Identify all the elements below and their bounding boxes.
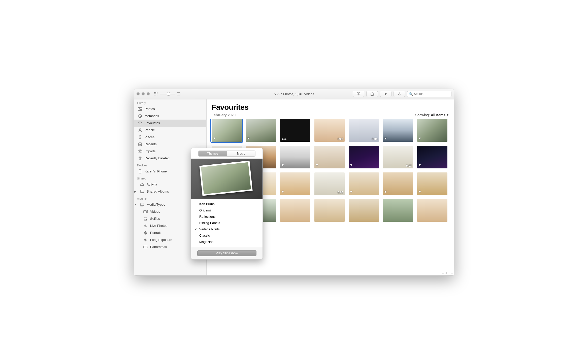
favourite-button[interactable]: ♥: [380, 91, 391, 97]
cloud-icon: [140, 183, 145, 187]
heart-icon: [138, 121, 143, 125]
zoom-slider[interactable]: [160, 92, 175, 96]
video-duration: 0:03: [338, 137, 343, 140]
sidebar-item-photos[interactable]: Photos: [134, 105, 206, 113]
photo-thumbnail[interactable]: ♥: [417, 172, 447, 195]
svg-rect-5: [157, 94, 157, 94]
share-button[interactable]: [366, 91, 378, 97]
photo-thumbnail[interactable]: 0:06: [314, 172, 345, 195]
svg-point-28: [145, 225, 146, 226]
theme-option-ken-burns[interactable]: Ken Burns: [192, 201, 262, 207]
photo-thumbnail[interactable]: ♥: [212, 119, 242, 142]
grid-large-icon[interactable]: [176, 92, 181, 96]
svg-rect-7: [155, 95, 156, 95]
photo-thumbnail[interactable]: 0:07: [383, 146, 413, 168]
grid-small-icon[interactable]: [154, 92, 158, 96]
photo-thumbnail[interactable]: [280, 119, 310, 142]
camera-icon: [138, 149, 143, 153]
fullscreen-window-button[interactable]: [147, 92, 150, 95]
sidebar-item-label: Places: [145, 135, 154, 139]
theme-option-vintage-prints[interactable]: ✓Vintage Prints: [192, 226, 262, 232]
svg-point-30: [145, 232, 146, 233]
rotate-button[interactable]: [394, 91, 405, 97]
minimize-window-button[interactable]: [142, 92, 145, 95]
photo-thumbnail[interactable]: ♥: [314, 146, 345, 168]
theme-option-reflections[interactable]: Reflections: [192, 213, 262, 220]
sidebar-item-label: People: [145, 128, 155, 132]
sidebar-item-label: Live Photos: [150, 224, 167, 228]
checkmark-icon: ✓: [194, 227, 198, 231]
slideshow-popover: Themes Music Ken BurnsOrigamiReflections…: [191, 148, 263, 260]
play-slideshow-button[interactable]: Play Slideshow: [197, 250, 256, 256]
favourite-badge-icon: ♥: [350, 190, 352, 194]
showing-value: All Items: [431, 113, 445, 117]
watermark: wsxdn.com: [442, 272, 453, 275]
theme-option-magazine[interactable]: Magazine: [192, 239, 262, 245]
theme-option-origami[interactable]: Origami: [192, 207, 262, 213]
sidebar-item-label: Memories: [145, 114, 159, 118]
close-window-button[interactable]: [137, 92, 140, 95]
app-window: 5,297 Photos, 1,040 Videos ⓘ ♥ 🔍 Library…: [134, 89, 454, 276]
video-duration: 0:06: [338, 191, 343, 194]
favourite-badge-icon: ♥: [384, 136, 386, 140]
portrait-icon: [143, 231, 148, 235]
sidebar-item-people[interactable]: People: [134, 127, 206, 134]
date-subtitle: February 2020: [212, 113, 236, 117]
photo-thumbnail[interactable]: ♥: [280, 172, 310, 195]
svg-rect-6: [154, 95, 155, 95]
photo-thumbnail[interactable]: [314, 199, 345, 222]
svg-point-13: [139, 129, 141, 130]
photo-thumbnail[interactable]: ♥: [383, 172, 413, 195]
photo-thumbnail[interactable]: 0:03: [314, 119, 345, 142]
search-input[interactable]: [414, 92, 450, 96]
sidebar-item-label: Selfies: [150, 217, 160, 221]
sidebar-item-label: Karen's iPhone: [145, 169, 167, 173]
photo-thumbnail[interactable]: ♥: [417, 119, 447, 142]
info-icon: ⓘ: [357, 92, 360, 96]
svg-rect-9: [177, 93, 180, 95]
favourite-badge-icon: ♥: [419, 190, 421, 194]
photo-thumbnail[interactable]: [349, 199, 379, 222]
showing-filter[interactable]: Showing: All Items ▼: [415, 113, 449, 117]
sidebar-item-recents[interactable]: Recents: [134, 141, 206, 148]
sidebar-item-label: Media Types: [147, 203, 165, 206]
person-icon: [138, 128, 143, 132]
theme-label: Reflections: [199, 215, 215, 219]
search-field[interactable]: 🔍: [407, 91, 451, 97]
svg-point-11: [139, 108, 140, 109]
sidebar-item-label: Videos: [150, 210, 160, 213]
tab-themes[interactable]: Themes: [199, 151, 227, 156]
theme-option-sliding-panels[interactable]: Sliding Panels: [192, 220, 262, 226]
photo-thumbnail[interactable]: [383, 199, 413, 222]
sidebar-item-label: Portrait: [150, 231, 161, 235]
window-controls: [137, 92, 150, 95]
themes-music-segmented: Themes Music: [198, 151, 255, 157]
svg-rect-22: [141, 190, 144, 193]
photo-thumbnail[interactable]: ♥: [383, 119, 413, 142]
sidebar-item-label: Activity: [147, 183, 157, 186]
tab-music[interactable]: Music: [227, 151, 255, 156]
sidebar-item-places[interactable]: Places: [134, 134, 206, 141]
section-header-library: Library: [134, 99, 206, 105]
sidebar-item-memories[interactable]: Memories: [134, 113, 206, 120]
svg-rect-3: [154, 94, 155, 94]
svg-point-14: [139, 135, 141, 137]
live-icon: [143, 224, 148, 228]
photo-thumbnail[interactable]: ♥: [246, 119, 276, 142]
favourite-badge-icon: ♥: [282, 163, 284, 167]
photo-thumbnail[interactable]: [417, 199, 447, 222]
svg-point-29: [144, 225, 147, 227]
photo-thumbnail[interactable]: [280, 199, 310, 222]
photo-thumbnail[interactable]: ♥: [280, 146, 310, 168]
theme-option-classic[interactable]: Classic: [192, 232, 262, 239]
sidebar-item-favourites[interactable]: Favourites: [134, 120, 206, 127]
live-icon: [143, 238, 148, 242]
theme-label: Ken Burns: [199, 202, 215, 206]
info-button[interactable]: ⓘ: [353, 91, 364, 97]
photo-thumbnail[interactable]: ♥: [349, 172, 379, 195]
photo-thumbnail[interactable]: ♥: [417, 146, 447, 168]
photo-thumbnail[interactable]: 0:04: [349, 119, 379, 142]
svg-rect-24: [141, 203, 144, 206]
heart-icon: ♥: [385, 92, 387, 96]
photo-thumbnail[interactable]: ♥: [349, 146, 379, 168]
